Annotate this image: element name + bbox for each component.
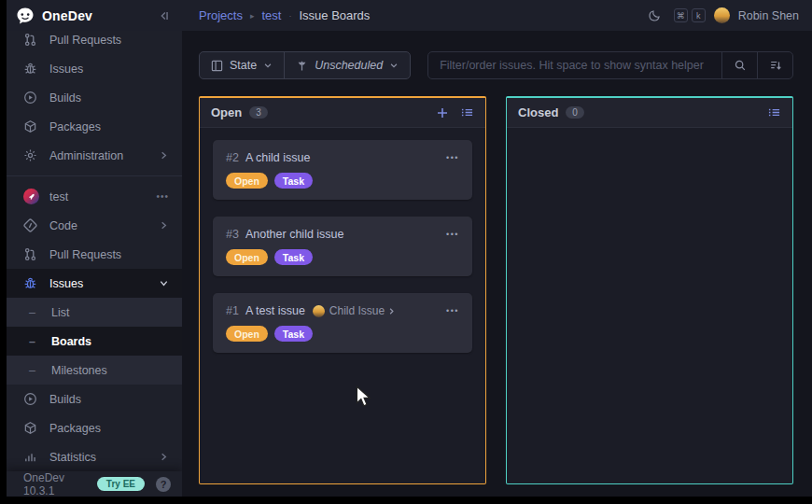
project-more-icon[interactable]: ••• [156,191,169,202]
child-issue-link[interactable]: Child Issue [329,304,385,317]
topbar-actions: ⌘ k Robin Shen [648,7,812,23]
chevron-right-icon [387,307,396,315]
board-selectors: State Unscheduled [199,51,411,79]
sidebar-item-label: Packages [49,120,169,133]
sub-item-dash: – [25,335,39,348]
chevron-down-icon [263,61,273,70]
card-more-icon[interactable]: ••• [446,153,459,162]
card-more-icon[interactable]: ••• [446,230,459,239]
sidebar-item-administration[interactable]: Administration [7,141,182,170]
user-name[interactable]: Robin Shen [738,9,799,22]
sidebar-item-statistics[interactable]: Statistics [7,442,182,471]
state-badge: Open [226,173,268,189]
sidebar-header: OneDev [7,0,182,31]
board-column-closed: Closed 0 [506,96,793,484]
type-badge: Task [274,326,313,342]
onedev-logo-icon[interactable] [16,7,35,25]
bug-icon [23,62,37,76]
package-icon [23,119,37,133]
order-icon[interactable] [757,52,792,78]
sidebar-nav: Pull Requests Issues [7,31,182,471]
sidebar-item-label: Statistics [49,451,159,464]
user-avatar[interactable] [714,7,730,23]
column-menu-icon[interactable] [767,106,781,119]
board-select-button[interactable]: State [200,52,284,78]
column-header-closed: Closed 0 [507,98,792,128]
chevron-down-icon [389,61,399,70]
sidebar-footer: OneDev 10.3.1 Try EE ? [7,471,182,497]
pull-request-icon [23,247,37,261]
chevron-right-icon [159,220,169,231]
issue-title-link[interactable]: A child issue [245,151,310,164]
filter-bar [427,51,793,79]
try-ee-badge[interactable]: Try EE [97,477,145,491]
sidebar-item-label: Issues [49,277,159,290]
column-title: Open [211,105,242,119]
type-badge: Task [274,249,313,265]
shortcut-hint: ⌘ k [674,8,706,22]
version-label: OneDev 10.3.1 [23,471,97,497]
milestone-select-button[interactable]: Unscheduled [284,52,410,78]
sidebar-item-issues-milestones[interactable]: – Milestones [7,356,182,385]
filter-input[interactable] [428,52,721,78]
column-body-closed [507,128,792,483]
sidebar-item-label: Pull Requests [49,34,169,47]
sidebar-item-project-issues[interactable]: Issues [7,269,182,298]
card-badges: Open Task [226,326,459,342]
card-title-row: #1 A test issue Child Issue ••• [226,304,459,317]
main-content: State Unscheduled [182,31,812,497]
sidebar-item-label: Boards [51,335,169,348]
board-columns-icon [211,60,223,72]
sidebar-item-project-test[interactable]: test ••• [7,182,182,211]
project-avatar-rocket-icon [23,189,39,204]
breadcrumb-project-link[interactable]: test [262,8,282,22]
sidebar-divider [7,175,182,176]
shortcut-key-cmd: ⌘ [674,8,688,22]
sidebar-collapse-icon[interactable] [158,9,171,22]
add-issue-icon[interactable] [436,106,449,119]
card-title-row: #3 Another child issue ••• [226,228,459,241]
board-toolbar: State Unscheduled [199,51,793,79]
issue-card[interactable]: #2 A child issue ••• Open Task [213,140,472,200]
card-more-icon[interactable]: ••• [446,306,459,315]
card-title-row: #2 A child issue ••• [226,151,459,164]
sidebar-item-pull-requests[interactable]: Pull Requests [7,31,182,54]
bar-chart-icon [23,450,37,464]
issue-number: #2 [226,151,239,164]
help-icon[interactable]: ? [156,477,171,492]
sidebar-item-issues[interactable]: Issues [7,54,182,83]
milestone-select-label: Unscheduled [315,59,383,72]
chevron-right-icon [159,150,169,161]
milestone-icon [296,60,308,72]
sidebar-item-label: Administration [49,149,159,162]
column-menu-icon[interactable] [460,106,474,119]
issue-card[interactable]: #3 Another child issue ••• Open Task [213,217,472,276]
sidebar-item-builds[interactable]: Builds [7,83,182,112]
breadcrumb-projects-link[interactable]: Projects [199,8,243,22]
sidebar-item-project-builds[interactable]: Builds [7,385,182,413]
issue-number: #3 [226,228,239,241]
dark-mode-toggle-icon[interactable] [648,8,662,22]
column-actions [436,106,474,119]
sidebar-item-issues-list[interactable]: – List [7,298,182,327]
sidebar-item-issues-boards[interactable]: – Boards [7,327,182,356]
chevron-right-icon [159,452,169,462]
column-body-open: #2 A child issue ••• Open Task #3 Anothe… [200,128,485,483]
sidebar-item-code[interactable]: Code [7,211,182,240]
breadcrumb: Projects ▸ test · Issue Boards [182,8,370,22]
sidebar-item-label: Issues [49,63,169,76]
issue-title-link[interactable]: A test issue [245,304,305,317]
type-badge: Task [274,173,313,189]
sidebar: Pull Requests Issues [7,31,182,497]
issue-number: #1 [226,304,239,317]
issue-title-link[interactable]: Another child issue [245,228,344,241]
shortcut-key-k: k [692,8,706,22]
sidebar-item-packages[interactable]: Packages [7,112,182,141]
sidebar-item-project-pull-requests[interactable]: Pull Requests [7,240,182,269]
issue-card[interactable]: #1 A test issue Child Issue ••• Open Tas… [213,293,472,353]
search-icon[interactable] [721,52,757,78]
sub-item-dash: – [25,306,39,319]
column-count-badge: 3 [249,106,268,119]
sidebar-item-project-packages[interactable]: Packages [7,413,182,442]
sub-item-dash: – [25,364,39,377]
